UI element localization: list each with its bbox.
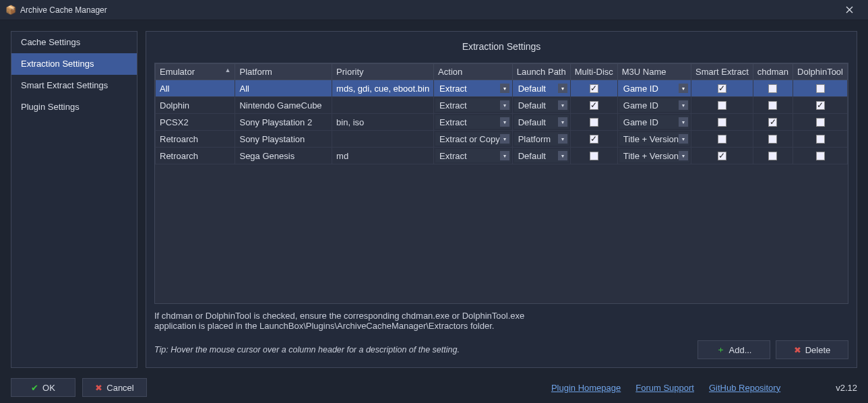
ok-button[interactable]: ✔ OK bbox=[11, 378, 75, 397]
cell-emulator[interactable]: All bbox=[156, 80, 235, 97]
cell-chdman[interactable]: ✓ bbox=[753, 114, 793, 131]
checkbox-cell[interactable] bbox=[797, 152, 843, 160]
checkbox-cell[interactable]: ✓ bbox=[695, 84, 749, 93]
dropdown-cell[interactable]: Default▾ bbox=[514, 115, 569, 129]
cell-platform[interactable]: Sony Playstation 2 bbox=[235, 114, 332, 131]
col-launch-path[interactable]: Launch Path bbox=[512, 64, 570, 80]
sidebar-item-extraction[interactable]: Extraction Settings bbox=[11, 53, 137, 75]
dropdown-cell[interactable]: Title + Version▾ bbox=[619, 132, 689, 146]
checkbox-cell[interactable] bbox=[695, 101, 749, 110]
sidebar-item-plugin[interactable]: Plugin Settings bbox=[11, 96, 137, 118]
cell-chdman[interactable] bbox=[753, 148, 793, 164]
cell-m3u-name[interactable]: Title + Version▾ bbox=[617, 131, 691, 148]
cell-chdman[interactable] bbox=[753, 80, 793, 97]
col-emulator[interactable]: Emulator▲ bbox=[156, 64, 235, 80]
dropdown-cell[interactable]: Game ID▾ bbox=[619, 82, 689, 95]
cell-launch-path[interactable]: Default▾ bbox=[512, 97, 570, 114]
link-plugin-homepage[interactable]: Plugin Homepage bbox=[551, 383, 621, 393]
cell-dolphin-tool[interactable] bbox=[793, 131, 848, 148]
sidebar-item-cache[interactable]: Cache Settings bbox=[11, 32, 137, 53]
checkbox-cell[interactable]: ✓ bbox=[797, 101, 843, 110]
cell-multi-disc[interactable] bbox=[570, 114, 617, 131]
dropdown-cell[interactable]: Extract▾ bbox=[435, 82, 511, 95]
cell-smart-extract[interactable]: ✓ bbox=[691, 148, 753, 164]
cell-chdman[interactable] bbox=[753, 131, 793, 148]
delete-button[interactable]: ✖ Delete bbox=[776, 340, 848, 359]
cell-emulator[interactable]: Retroarch bbox=[156, 131, 235, 148]
dropdown-cell[interactable]: Platform▾ bbox=[514, 132, 569, 146]
col-dolphin-tool[interactable]: DolphinTool bbox=[793, 64, 848, 80]
dropdown-cell[interactable]: Default▾ bbox=[514, 98, 569, 112]
add-button[interactable]: ＋ Add... bbox=[698, 340, 770, 359]
dropdown-cell[interactable]: Extract▾ bbox=[435, 149, 511, 162]
cell-action[interactable]: Extract or Copy▾ bbox=[434, 131, 513, 148]
cell-multi-disc[interactable]: ✓ bbox=[570, 131, 617, 148]
cell-m3u-name[interactable]: Game ID▾ bbox=[617, 114, 691, 131]
cell-emulator[interactable]: PCSX2 bbox=[156, 114, 235, 131]
checkbox-cell[interactable] bbox=[757, 84, 788, 93]
link-github-repository[interactable]: GitHub Repository bbox=[709, 383, 780, 393]
checkbox-cell[interactable] bbox=[797, 118, 843, 127]
table-row[interactable]: AllAllmds, gdi, cue, eboot.binExtract▾De… bbox=[156, 80, 848, 97]
cell-action[interactable]: Extract▾ bbox=[434, 80, 513, 97]
cell-m3u-name[interactable]: Title + Version▾ bbox=[617, 148, 691, 164]
cell-smart-extract[interactable] bbox=[691, 97, 753, 114]
checkbox-cell[interactable] bbox=[797, 84, 843, 93]
cell-emulator[interactable]: Retroarch bbox=[156, 148, 235, 164]
cell-smart-extract[interactable]: ✓ bbox=[691, 80, 753, 97]
cell-launch-path[interactable]: Default▾ bbox=[512, 114, 570, 131]
dropdown-cell[interactable]: Default▾ bbox=[514, 82, 569, 95]
cell-action[interactable]: Extract▾ bbox=[434, 97, 513, 114]
cell-dolphin-tool[interactable] bbox=[793, 80, 848, 97]
dropdown-cell[interactable]: Game ID▾ bbox=[619, 98, 689, 112]
checkbox-cell[interactable] bbox=[757, 135, 788, 144]
checkbox-cell[interactable] bbox=[575, 152, 613, 160]
table-row[interactable]: RetroarchSony PlaystationExtract or Copy… bbox=[156, 131, 848, 148]
col-chdman[interactable]: chdman bbox=[753, 64, 793, 80]
cell-multi-disc[interactable]: ✓ bbox=[570, 97, 617, 114]
cell-platform[interactable]: Sony Playstation bbox=[235, 131, 332, 148]
cell-platform[interactable]: All bbox=[235, 80, 332, 97]
checkbox-cell[interactable]: ✓ bbox=[695, 152, 749, 160]
checkbox-cell[interactable]: ✓ bbox=[575, 135, 613, 144]
col-multi-disc[interactable]: Multi-Disc bbox=[570, 64, 617, 80]
cell-priority[interactable] bbox=[332, 97, 434, 114]
cell-multi-disc[interactable] bbox=[570, 148, 617, 164]
col-m3u-name[interactable]: M3U Name bbox=[617, 64, 691, 80]
link-forum-support[interactable]: Forum Support bbox=[636, 383, 694, 393]
table-row[interactable]: RetroarchSega GenesismdExtract▾Default▾T… bbox=[156, 148, 848, 164]
cell-action[interactable]: Extract▾ bbox=[434, 114, 513, 131]
cell-launch-path[interactable]: Platform▾ bbox=[512, 131, 570, 148]
col-platform[interactable]: Platform bbox=[235, 64, 332, 80]
dropdown-cell[interactable]: Extract▾ bbox=[435, 115, 511, 129]
dropdown-cell[interactable]: Title + Version▾ bbox=[619, 149, 689, 162]
cell-dolphin-tool[interactable] bbox=[793, 114, 848, 131]
table-row[interactable]: PCSX2Sony Playstation 2bin, isoExtract▾D… bbox=[156, 114, 848, 131]
checkbox-cell[interactable]: ✓ bbox=[757, 118, 788, 127]
cell-action[interactable]: Extract▾ bbox=[434, 148, 513, 164]
cell-priority[interactable]: mds, gdi, cue, eboot.bin bbox=[332, 80, 434, 97]
cell-chdman[interactable] bbox=[753, 97, 793, 114]
checkbox-cell[interactable] bbox=[695, 118, 749, 127]
checkbox-cell[interactable] bbox=[757, 101, 788, 110]
checkbox-cell[interactable] bbox=[757, 152, 788, 160]
cell-platform[interactable]: Nintendo GameCube bbox=[235, 97, 332, 114]
sidebar-item-smart[interactable]: Smart Extract Settings bbox=[11, 75, 137, 96]
cell-dolphin-tool[interactable] bbox=[793, 148, 848, 164]
cell-dolphin-tool[interactable]: ✓ bbox=[793, 97, 848, 114]
cell-launch-path[interactable]: Default▾ bbox=[512, 148, 570, 164]
cell-priority[interactable] bbox=[332, 131, 434, 148]
table-row[interactable]: DolphinNintendo GameCubeExtract▾Default▾… bbox=[156, 97, 848, 114]
cell-smart-extract[interactable] bbox=[691, 131, 753, 148]
cancel-button[interactable]: ✖ Cancel bbox=[82, 378, 147, 397]
cell-smart-extract[interactable] bbox=[691, 114, 753, 131]
checkbox-cell[interactable]: ✓ bbox=[575, 101, 613, 110]
dropdown-cell[interactable]: Default▾ bbox=[514, 149, 569, 162]
col-priority[interactable]: Priority bbox=[332, 64, 434, 80]
cell-m3u-name[interactable]: Game ID▾ bbox=[617, 97, 691, 114]
close-button[interactable] bbox=[836, 1, 863, 20]
dropdown-cell[interactable]: Extract or Copy▾ bbox=[435, 132, 511, 146]
checkbox-cell[interactable] bbox=[575, 118, 613, 127]
cell-platform[interactable]: Sega Genesis bbox=[235, 148, 332, 164]
checkbox-cell[interactable] bbox=[797, 135, 843, 144]
